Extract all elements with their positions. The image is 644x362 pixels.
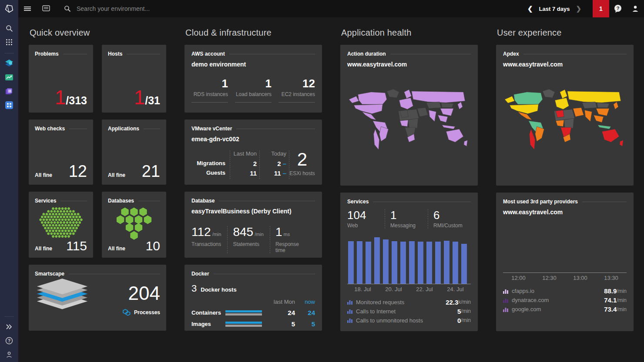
map-region-usa (510, 104, 538, 114)
tile-aws-account[interactable]: AWS account demo environment 1 RDS insta… (184, 45, 322, 113)
tile-title: Hosts (108, 51, 122, 57)
sidebar-hosts-icon[interactable] (0, 99, 18, 112)
dashboards-icon[interactable] (37, 0, 56, 17)
map-region-brazil (379, 126, 389, 141)
map-region-australia (602, 129, 619, 142)
db-stat-response-time: 1ms Response time (270, 226, 315, 253)
metric-google[interactable]: google.com 73.4/min (503, 305, 627, 314)
map-region-india (429, 110, 436, 122)
metric-monitored-requests[interactable]: Monitored requests 22.3k/min (347, 298, 471, 307)
dashboard: Quick overview Problems 1 /313 Hosts 1 /… (18, 17, 644, 362)
search-icon[interactable] (58, 0, 77, 17)
map-region-brazil (535, 126, 544, 141)
tile-problems[interactable]: Problems 1 /313 (29, 45, 93, 113)
sidebar-technologies-icon[interactable] (0, 85, 18, 98)
tile-services-health[interactable]: Services 104 Web 1 Messaging 6 RMI/Custo… (340, 193, 478, 331)
tile-title: Smartscape (35, 271, 64, 277)
tile-web-checks[interactable]: Web checks All fine 12 (29, 120, 93, 185)
tile-docker[interactable]: Docker 3 Docker hosts last Mon now Conta… (184, 265, 322, 331)
help-icon[interactable]: ? (609, 0, 627, 17)
smartscape-layers-graphic (35, 278, 90, 313)
sidebar-help-icon[interactable]: ? (0, 334, 18, 347)
left-sidebar: ? (0, 17, 18, 362)
metric-dynatrace[interactable]: dynatrace.com 74.1/min (503, 296, 627, 305)
timeframe-next-icon[interactable]: ❯ (570, 5, 587, 13)
applications-count: 21 (142, 163, 160, 179)
map-region-africa_w (400, 120, 408, 126)
mini-bars-icon (347, 309, 352, 314)
services-hex-cluster (35, 206, 87, 239)
docker-images-bars (225, 322, 262, 327)
map-region-alaska (349, 96, 359, 103)
processes-count: 204 (123, 284, 160, 303)
aws-stat-rds: 1 RDS instances (191, 77, 228, 103)
map-region-sa_south (374, 129, 379, 149)
map-region-africa_e (564, 118, 574, 128)
aws-stat-load-balancers: 1 Load balancers (235, 77, 272, 103)
tile-applications[interactable]: Applications All fine 21 (102, 120, 166, 185)
user-icon[interactable] (627, 0, 644, 17)
map-region-mongolia (597, 103, 609, 107)
map-region-sa_south (530, 129, 535, 149)
tile-title: Web checks (35, 126, 65, 132)
application-name: www.easytravel.com (503, 209, 627, 216)
metric-calls-internet[interactable]: Calls to Internet 5/min (347, 307, 471, 316)
sidebar-user-icon[interactable] (0, 348, 18, 361)
menu-icon[interactable] (18, 0, 37, 17)
map-region-europe (399, 98, 413, 110)
tile-services[interactable]: Services All fine 115 (29, 192, 93, 258)
top-bar: ❮ Last 7 days ❯ 1 ? (0, 0, 644, 17)
metric-cfapps[interactable]: cfapps.io 88.9/min (503, 286, 627, 296)
timeframe-label[interactable]: Last 7 days (539, 6, 570, 12)
apdex-world-map (503, 88, 627, 153)
tile-title: VMware vCenter (191, 126, 232, 132)
tile-title: Action duration (347, 51, 386, 57)
services-stat-web: 104 Web (347, 209, 385, 229)
sidebar-expand-icon[interactable] (0, 320, 18, 333)
tile-smartscape[interactable]: Smartscape 204 (29, 265, 166, 331)
mini-bars-icon (347, 318, 352, 323)
map-region-nz (620, 140, 624, 146)
services-stat-messaging: 1 Messaging (385, 209, 428, 229)
db-stat-statements: 845/min Statements (227, 226, 270, 253)
map-region-central_asia (426, 102, 441, 108)
map-region-middle_east (573, 108, 584, 117)
problems-badge[interactable]: 1 (593, 0, 609, 17)
sidebar-search-icon[interactable] (0, 22, 18, 35)
tile-title: Applications (108, 126, 139, 132)
metric-calls-unmonitored[interactable]: Calls to unmonitored hosts 0/min (347, 316, 471, 325)
map-region-russia (567, 91, 621, 103)
map-region-india (584, 110, 592, 122)
timeframe-prev-icon[interactable]: ❮ (521, 5, 539, 13)
search-input[interactable] (77, 5, 216, 12)
web-checks-count: 12 (69, 163, 87, 179)
aws-stat-ec2: 12 EC2 instances (278, 77, 315, 103)
tile-apdex[interactable]: Apdex www.easytravel.com (496, 45, 634, 186)
tile-title: Services (347, 199, 369, 205)
processes-label: Processes (134, 309, 160, 316)
tile-database[interactable]: Database easyTravelBusiness (Derby Clien… (184, 192, 322, 258)
map-region-central_asia (582, 102, 597, 108)
tile-title: AWS account (191, 51, 225, 57)
column-quick-overview: Quick overview Problems 1 /313 Hosts 1 /… (29, 24, 166, 338)
sidebar-apps-grid-icon[interactable] (0, 36, 18, 49)
svg-text:?: ? (617, 6, 620, 11)
tile-3rd-party-providers[interactable]: Most used 3rd party providers www.easytr… (496, 193, 634, 331)
map-region-usa (354, 104, 382, 114)
mini-bars-icon (503, 298, 508, 303)
sidebar-smartscape-icon[interactable] (0, 57, 18, 70)
tile-hosts[interactable]: Hosts 1 /31 (102, 45, 166, 113)
vcenter-name: emea-gdn-vc002 (191, 136, 315, 143)
docker-hosts-count: 3 (191, 283, 197, 294)
sidebar-analysis-icon[interactable] (0, 71, 18, 84)
dynatrace-logo[interactable] (0, 0, 18, 17)
tile-vmware-vcenter[interactable]: VMware vCenter emea-gdn-vc002 Migrations… (184, 120, 322, 185)
application-name: www.easytravel.com (347, 61, 471, 68)
problems-open-count: 1 (55, 87, 66, 107)
map-region-indonesia (442, 125, 455, 129)
application-name: www.easytravel.com (503, 61, 627, 68)
status-label: All fine (35, 172, 52, 178)
tile-action-duration[interactable]: Action duration www.easytravel.com (340, 45, 478, 186)
status-label: All fine (108, 246, 125, 252)
tile-databases[interactable]: Databases All fine 10 (102, 192, 166, 258)
